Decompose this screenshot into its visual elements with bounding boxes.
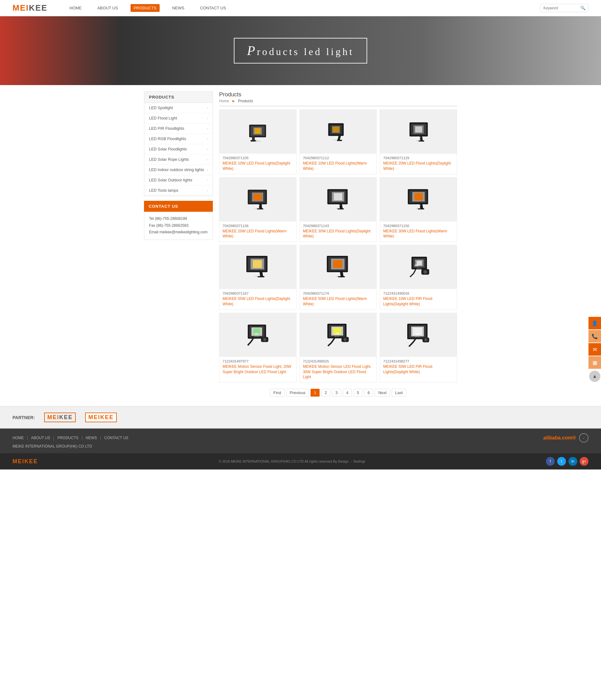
float-user-btn[interactable]: 👤	[588, 317, 601, 329]
page-1-btn[interactable]: 1	[311, 389, 319, 397]
flood-light-svg-8: 50W MEIKEE	[324, 253, 352, 281]
product-name-3[interactable]: MEIKEE 20W LED Flood Lights(Daylight Whi…	[383, 161, 454, 171]
nav-news[interactable]: NEWS	[169, 4, 188, 12]
search-box: 🔍	[540, 4, 588, 12]
sidebar-item-spotlight[interactable]: LED Spotlight ›	[144, 103, 213, 113]
product-name-6[interactable]: MEIKEE 30W LED Flood Lights(Warm White)	[383, 229, 454, 239]
product-card-9[interactable]: 10W MEIKEE 7122431490016 MEIKEE 10W LED …	[380, 245, 457, 310]
product-card-5[interactable]: 30W MEIKEE 7042980371143 MEIKEE 30W LED …	[299, 177, 377, 242]
footer-news-link[interactable]: NEWS	[86, 436, 97, 440]
sidebar-item-flood-label: LED Flood Light	[149, 116, 177, 120]
product-card-4[interactable]: 20W MEIKEE 7042980371136 MEIKEE 20W LED …	[219, 177, 296, 242]
svg-text:10W: 10W	[414, 264, 418, 267]
facebook-icon[interactable]: f	[546, 457, 555, 466]
page-3-btn[interactable]: 3	[332, 389, 341, 397]
footer-contact-link[interactable]: CONTACT US	[104, 436, 128, 440]
nav-about[interactable]: ABOUT US	[94, 4, 121, 12]
svg-rect-11	[333, 127, 339, 132]
product-sku-12: 7122431498277	[383, 359, 454, 363]
sidebar-item-solar-outdoor[interactable]: LED Solar Outdoor lights ›	[144, 175, 213, 185]
svg-text:MEIKEE: MEIKEE	[333, 139, 338, 141]
page-4-btn[interactable]: 4	[343, 389, 352, 397]
sidebar-item-rgb[interactable]: LED RGB Floodlights ›	[144, 134, 213, 144]
product-info-4: 7042980371136 MEIKEE 20W LED Flood Light…	[219, 221, 296, 242]
float-phone-btn[interactable]: 📞	[588, 330, 601, 343]
product-name-5[interactable]: MEIKEE 30W LED Flood Lights(Daylight Whi…	[303, 229, 374, 239]
sidebar-contact-title: CONTACT US	[144, 201, 213, 212]
product-name-4[interactable]: MEIKEE 20W LED Flood Lights(Warm White)	[222, 229, 293, 239]
sidebar-item-pir[interactable]: LED PIR Floodlights ›	[144, 124, 213, 134]
twitter-icon[interactable]: t	[557, 457, 566, 466]
page-5-btn[interactable]: 5	[354, 389, 362, 397]
product-image-4: 20W MEIKEE	[219, 178, 296, 221]
page-first-btn[interactable]: First	[270, 389, 285, 397]
flood-light-svg-12: 50W MEIKEE	[404, 321, 433, 349]
page-6-btn[interactable]: 6	[364, 389, 373, 397]
page-prev-btn[interactable]: Previous	[286, 389, 309, 397]
footer-home-link[interactable]: HOME	[13, 436, 24, 440]
float-up-btn[interactable]: ▲	[589, 371, 600, 382]
product-card-1[interactable]: 10W MEIKEE 7042980371105 MEIKEE 10W LED …	[219, 109, 296, 174]
product-image-5: 30W MEIKEE	[300, 178, 377, 221]
product-name-10[interactable]: MEIKEE Motion Sensor Fixed Light, 20W Su…	[222, 364, 293, 375]
product-sku-6: 7042980371150	[383, 224, 454, 228]
svg-text:MEIKEE: MEIKEE	[255, 141, 260, 142]
breadcrumb-sep: ►	[232, 99, 235, 103]
float-qr-btn[interactable]: ▦	[588, 356, 601, 369]
product-name-2[interactable]: MEIKEE 10W LED Flood Lights(Warm White)	[303, 161, 374, 171]
float-email-btn[interactable]: ✉	[588, 343, 601, 356]
footer-logo: MEIKEE	[13, 458, 38, 465]
product-card-8[interactable]: 50W MEIKEE 7042980371174 MEIKEE 50W LED …	[299, 245, 377, 310]
product-name-7[interactable]: MEIKEE 55W LED Flood Lights(Daylight Whi…	[222, 296, 293, 307]
search-input[interactable]	[540, 4, 578, 12]
svg-rect-51	[253, 260, 262, 268]
product-name-1[interactable]: MEIKEE 10W LED Flood Lights(Daylight Whi…	[222, 161, 293, 171]
nav-contact[interactable]: CONTACT US	[197, 4, 229, 12]
partners-section: PARTNER: MEIKEE MEIKEE	[0, 406, 601, 428]
chevron-right-icon: ›	[207, 147, 208, 151]
product-name-11[interactable]: MEIKEE Motion Sensor LED Flood Light, 30…	[303, 364, 374, 380]
product-image-3: 20W MEIKEE	[380, 110, 457, 154]
page-last-btn[interactable]: Last	[391, 389, 406, 397]
googleplus-icon[interactable]: g+	[580, 457, 588, 466]
product-image-7: 55W MEIKEE	[219, 245, 296, 289]
product-card-10[interactable]: 20W MEIKEE 7122431497977 MEIKEE Motion S…	[219, 313, 296, 382]
page-next-btn[interactable]: Next	[375, 389, 390, 397]
search-button[interactable]: 🔍	[578, 4, 588, 12]
sidebar-item-indoor-label: LED Indoor outdoor string lights	[149, 168, 204, 172]
sidebar-item-indoor[interactable]: LED Indoor outdoor string lights ›	[144, 165, 213, 175]
linkedin-icon[interactable]: in	[569, 457, 577, 466]
footer-sep-2: |	[53, 436, 54, 440]
pagination: First Previous 1 2 3 4 5 6 Next Last	[219, 389, 457, 397]
footer-about-link[interactable]: ABOUT US	[31, 436, 50, 440]
nav-home[interactable]: HOME	[66, 4, 85, 12]
sidebar-item-tools[interactable]: LED Tools lamps ›	[144, 185, 213, 196]
product-card-2[interactable]: 10W MEIKEE 7042980371112 MEIKEE 10W LED …	[299, 109, 377, 174]
page-2-btn[interactable]: 2	[321, 389, 330, 397]
product-name-8[interactable]: MEIKEE 50W LED Flood Lights(Warm White)	[303, 296, 374, 307]
product-card-6[interactable]: 30W MEIKEE 7042980371150 MEIKEE 30W LED …	[380, 177, 457, 242]
product-sku-1: 7042980371105	[222, 156, 293, 160]
product-info-12: 7122431498277 MEIKEE 50W LED PIR Flood L…	[380, 357, 457, 377]
sidebar-item-solar-rope[interactable]: LED Solar Rope Lights ›	[144, 154, 213, 165]
svg-text:20W: 20W	[416, 136, 420, 139]
product-card-12[interactable]: 50W MEIKEE 7122431498277 MEIKEE 50W LED …	[380, 313, 457, 382]
footer-products-link[interactable]: PRODUCTS	[57, 436, 78, 440]
product-sku-4: 7042980371136	[222, 224, 293, 228]
header: MEIKEE HOME ABOUT US PRODUCTS NEWS CONTA…	[0, 0, 601, 16]
flood-light-svg-3: 20W MEIKEE	[404, 118, 433, 146]
breadcrumb-home[interactable]: Home	[219, 99, 229, 103]
product-info-3: 7042980371129 MEIKEE 20W LED Flood Light…	[380, 154, 457, 174]
product-card-7[interactable]: 55W MEIKEE 7042980371167 MEIKEE 55W LED …	[219, 245, 296, 310]
chevron-right-icon: ›	[207, 127, 208, 130]
sidebar-item-solar-flood[interactable]: LED Solar Floodlights ›	[144, 144, 213, 154]
product-info-9: 7122431490016 MEIKEE 10W LED PIR Flood L…	[380, 289, 457, 309]
product-name-12[interactable]: MEIKEE 50W LED PIR Flood Lights(Daylight…	[383, 364, 454, 375]
alibaba-logo: alibaba.com®	[544, 435, 576, 441]
product-card-11[interactable]: 30W MEIKEE 7122431490025 MEIKEE Motion S…	[299, 313, 377, 382]
product-card-3[interactable]: 20W MEIKEE 7042980371129 MEIKEE 20W LED …	[380, 109, 457, 174]
nav-products[interactable]: PRODUCTS	[130, 4, 160, 12]
sidebar-item-flood[interactable]: LED Flood Light ›	[144, 113, 213, 124]
svg-text:55W: 55W	[256, 272, 260, 275]
product-name-9[interactable]: MEIKEE 10W LED PIR Flood Lights(Daylight…	[383, 296, 454, 307]
